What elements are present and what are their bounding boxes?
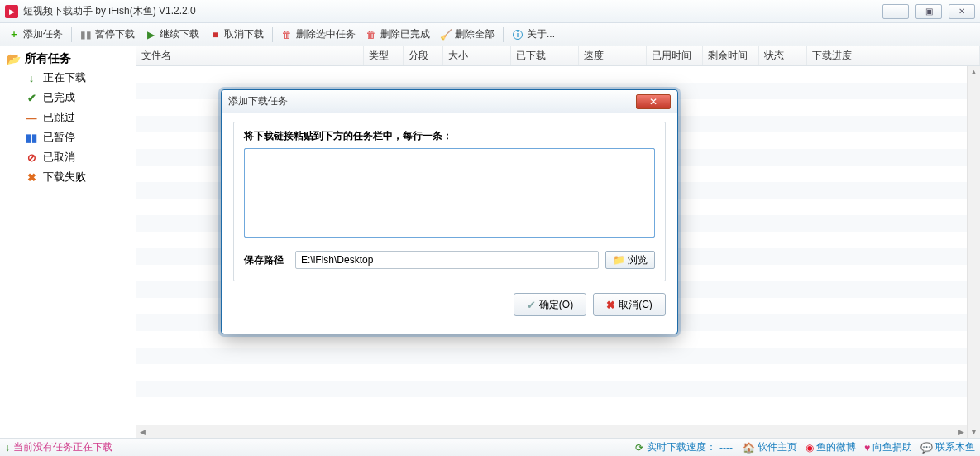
dialog-mask: 添加下载任务 ✕ 将下载链接粘贴到下方的任务栏中，每行一条： 保存路径 📁浏览 … bbox=[0, 0, 980, 456]
check-icon: ✔ bbox=[527, 299, 536, 311]
ok-button[interactable]: ✔确定(O) bbox=[514, 293, 586, 316]
path-label: 保存路径 bbox=[244, 253, 289, 267]
dialog-hint: 将下载链接粘贴到下方的任务栏中，每行一条： bbox=[244, 129, 655, 143]
cancel-button[interactable]: ✖取消(C) bbox=[593, 293, 666, 316]
add-task-dialog: 添加下载任务 ✕ 将下载链接粘贴到下方的任务栏中，每行一条： 保存路径 📁浏览 … bbox=[221, 89, 678, 334]
path-input[interactable] bbox=[295, 251, 599, 269]
folder-icon: 📁 bbox=[613, 254, 625, 266]
browse-button[interactable]: 📁浏览 bbox=[605, 251, 655, 269]
dialog-close-button[interactable]: ✕ bbox=[636, 94, 671, 109]
close-icon: ✕ bbox=[649, 96, 657, 108]
x-icon: ✖ bbox=[606, 299, 615, 311]
dialog-title: 添加下载任务 bbox=[228, 94, 288, 108]
dialog-titlebar: 添加下载任务 ✕ bbox=[222, 90, 677, 113]
url-textarea[interactable] bbox=[244, 148, 655, 238]
